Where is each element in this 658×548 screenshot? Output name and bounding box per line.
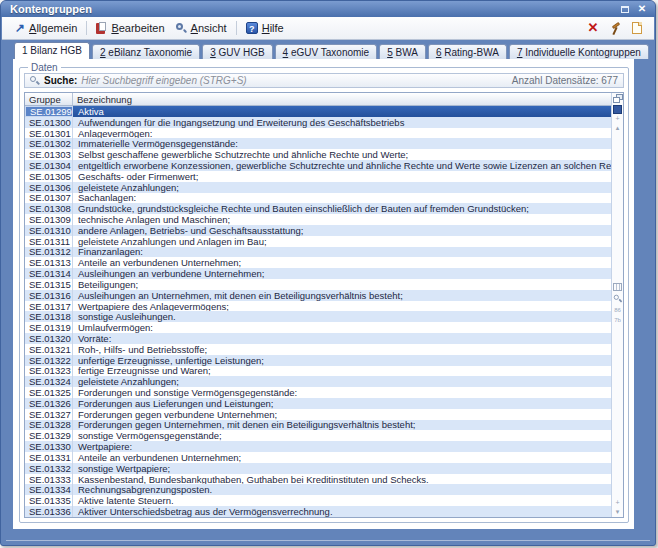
cell-gruppe: SE.01329 [25,430,73,441]
table-row[interactable]: SE.01311geleistete Anzahlungen und Anlag… [25,236,611,247]
table-row[interactable]: SE.01309technische Anlagen und Maschinen… [25,214,611,225]
menu-item-label: Allgemein [29,22,77,34]
table-row[interactable]: SE.01335Aktive latente Steuern. [25,495,611,506]
menu-item-allgemein[interactable]: ↗Allgemein [10,20,82,36]
table-row[interactable]: SE.01321Roh-, Hilfs- und Betriebsstoffe; [25,344,611,355]
tab-3-guv-hgb[interactable]: 3 GUV HGB [202,44,272,59]
delete-button[interactable]: ✕ [584,19,602,37]
filter-tool-icon[interactable]: 7b [614,317,621,324]
tools-button[interactable] [606,19,624,37]
scroll-jump-up-icon[interactable]: + [615,114,619,123]
column-header-bezeichnung[interactable]: Bezeichnung [73,93,611,105]
table-row[interactable]: SE.01336Aktiver Unterschiedsbetrag aus d… [25,506,611,517]
table-row[interactable]: SE.01318sonstige Ausleihungen. [25,311,611,322]
scroll-up-icon[interactable]: ▴ [616,123,620,132]
cell-bezeichnung: Umlaufvermögen: [73,322,611,333]
record-count: Anzahl Datensätze: 677 [512,75,618,86]
table-row[interactable]: SE.01328Forderungen gegen Unternehmen, m… [25,420,611,431]
restore-icon [621,6,629,13]
kontengruppen-window: Kontengruppen ✕ ↗AllgemeinBearbeitenAnsi… [0,0,656,546]
cell-gruppe: SE.01335 [25,495,73,506]
zoom-tool-icon[interactable] [613,295,622,304]
cell-bezeichnung: Anteile an verbundenen Unternehmen; [73,257,611,268]
cell-bezeichnung: Anteile an verbundenen Unternehmen; [73,452,611,463]
content-panel: Daten Suche: Hier Suchbegriff eingeben (… [13,59,634,529]
table-row[interactable]: SE.01326Forderungen aus Lieferungen und … [25,398,611,409]
cell-bezeichnung: Forderungen aus Lieferungen und Leistung… [73,398,611,409]
table-row[interactable]: SE.01322unfertige Erzeugnisse, unfertige… [25,355,611,366]
menu-item-label: Hilfe [262,22,284,34]
tab-1-bilanz-hgb[interactable]: 1 Bilanz HGB [14,42,90,59]
cell-bezeichnung: Grundstücke, grundstücksgleiche Rechte u… [73,203,611,214]
table-row[interactable]: SE.01300Aufwendungen für die Ingangsetzu… [25,117,611,128]
style-tool-icon[interactable]: 86 [614,307,621,314]
table-row[interactable]: SE.01333Kassenbestand, Bundesbankguthabe… [25,474,611,485]
new-document-button[interactable] [628,19,646,37]
table-row[interactable]: SE.01324geleistete Anzahlungen; [25,376,611,387]
cell-gruppe: SE.01326 [25,398,73,409]
grid-tool-icon[interactable] [613,283,622,291]
table-row[interactable]: SE.01310andere Anlagen, Betriebs- und Ge… [25,225,611,236]
table-row[interactable]: SE.01315Beteiligungen; [25,279,611,290]
cell-gruppe: SE.01333 [25,474,73,485]
table-row[interactable]: SE.01323fertige Erzeugnisse und Waren; [25,366,611,377]
cell-gruppe: SE.01318 [25,311,73,322]
cell-bezeichnung: Aktive latente Steuern. [73,495,611,506]
kontengruppen-table: Gruppe Bezeichnung SE.01299AktivaSE.0130… [24,92,624,518]
cell-bezeichnung: Ausleihungen an Unternehmen, mit denen e… [73,290,611,301]
menu-item-ansicht[interactable]: Ansicht [170,20,232,36]
cell-bezeichnung: geleistete Anzahlungen; [73,182,611,193]
table-row[interactable]: SE.01314Ausleihungen an verbundene Unter… [25,268,611,279]
table-row[interactable]: SE.01313Anteile an verbundenen Unternehm… [25,257,611,268]
table-row[interactable]: SE.01301Anlagevermögen: [25,128,611,139]
table-row[interactable]: SE.01308Grundstücke, grundstücksgleiche … [25,203,611,214]
tab-2-ebilanz-taxonomie[interactable]: 2 eBilanz Taxonomie [92,44,200,59]
table-row[interactable]: SE.01317Wertpapiere des Anlagevermögens; [25,301,611,312]
scroll-down-icon[interactable]: ▾ [616,507,620,516]
cell-bezeichnung: Anlagevermögen: [73,128,611,139]
table-row[interactable]: SE.01303Selbst geschaffene gewerbliche S… [25,149,611,160]
table-row[interactable]: SE.01334Rechnungsabgrenzungsposten. [25,484,611,495]
menu-item-bearbeiten[interactable]: Bearbeiten [91,20,169,36]
cell-bezeichnung: Wertpapiere des Anlagevermögens; [73,301,611,312]
table-row[interactable]: SE.01331Anteile an verbundenen Unternehm… [25,452,611,463]
cell-bezeichnung: geleistete Anzahlungen; [73,376,611,387]
menu-item-hilfe[interactable]: ?Hilfe [241,20,289,36]
cell-gruppe: SE.01331 [25,452,73,463]
column-header-gruppe[interactable]: Gruppe [25,93,73,105]
table-row[interactable]: SE.01304entgeltlich erworbene Konzession… [25,160,611,171]
tab-7-individuelle-kontogruppen[interactable]: 7 Individuelle Kontogruppen [509,44,649,59]
table-row[interactable]: SE.01306geleistete Anzahlungen; [25,182,611,193]
table-row[interactable]: SE.01320Vorräte: [25,333,611,344]
cell-gruppe: SE.01324 [25,376,73,387]
tab-6-rating-bwa[interactable]: 6 Rating-BWA [428,44,507,59]
table-row[interactable]: SE.01319Umlaufvermögen: [25,322,611,333]
table-row[interactable]: SE.01299Aktiva [25,106,611,117]
cell-bezeichnung: Geschäfts- oder Firmenwert; [73,171,611,182]
scrollbar-thumb[interactable] [613,105,622,114]
table-row[interactable]: SE.01302Immaterielle Vermögensgegenständ… [25,138,611,149]
cell-gruppe: SE.01310 [25,225,73,236]
scroll-jump-down-icon[interactable]: + [615,498,619,507]
cell-bezeichnung: Immaterielle Vermögensgegenstände: [73,138,611,149]
titlebar: Kontengruppen ✕ [1,1,655,17]
table-row[interactable]: SE.01332sonstige Wertpapiere; [25,463,611,474]
maximize-button[interactable] [618,3,632,15]
tab-5-bwa[interactable]: 5 BWA [379,44,426,59]
table-row[interactable]: SE.01312Finanzanlagen: [25,247,611,258]
table-row[interactable]: SE.01316Ausleihungen an Unternehmen, mit… [25,290,611,301]
side-tools: 86 7b [612,283,623,324]
table-row[interactable]: SE.01327Forderungen gegen verbundene Unt… [25,409,611,420]
column-chooser-icon[interactable] [613,94,623,103]
table-row[interactable]: SE.01329sonstige Vermögensgegenstände; [25,430,611,441]
table-row[interactable]: SE.01307Sachanlagen: [25,193,611,204]
table-row[interactable]: SE.01305Geschäfts- oder Firmenwert; [25,171,611,182]
search-input[interactable]: Suche: Hier Suchbegriff eingeben (STRG+S… [24,73,624,88]
cell-gruppe: SE.01316 [25,290,73,301]
close-button[interactable]: ✕ [635,3,649,15]
cell-bezeichnung: Kassenbestand, Bundesbankguthaben, Gutha… [73,474,611,485]
tab-4-eguv-taxonomie[interactable]: 4 eGUV Taxonomie [275,44,378,59]
table-row[interactable]: SE.01330Wertpapiere: [25,441,611,452]
cell-gruppe: SE.01300 [25,117,73,128]
table-row[interactable]: SE.01325Forderungen und sonstige Vermöge… [25,387,611,398]
